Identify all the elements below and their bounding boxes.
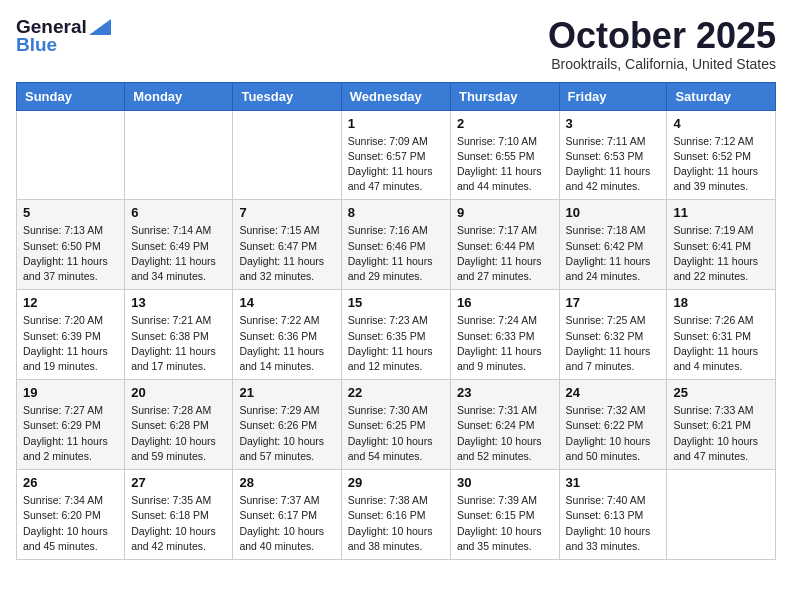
day-number: 10 [566, 205, 661, 220]
day-cell-15: 15Sunrise: 7:23 AM Sunset: 6:35 PM Dayli… [341, 290, 450, 380]
day-cell-26: 26Sunrise: 7:34 AM Sunset: 6:20 PM Dayli… [17, 470, 125, 560]
day-info: Sunrise: 7:16 AM Sunset: 6:46 PM Dayligh… [348, 223, 444, 284]
day-number: 18 [673, 295, 769, 310]
day-info: Sunrise: 7:30 AM Sunset: 6:25 PM Dayligh… [348, 403, 444, 464]
day-info: Sunrise: 7:23 AM Sunset: 6:35 PM Dayligh… [348, 313, 444, 374]
weekday-header-monday: Monday [125, 82, 233, 110]
week-row-2: 5Sunrise: 7:13 AM Sunset: 6:50 PM Daylig… [17, 200, 776, 290]
day-cell-13: 13Sunrise: 7:21 AM Sunset: 6:38 PM Dayli… [125, 290, 233, 380]
day-number: 8 [348, 205, 444, 220]
week-row-5: 26Sunrise: 7:34 AM Sunset: 6:20 PM Dayli… [17, 470, 776, 560]
day-info: Sunrise: 7:32 AM Sunset: 6:22 PM Dayligh… [566, 403, 661, 464]
day-number: 28 [239, 475, 334, 490]
weekday-header-sunday: Sunday [17, 82, 125, 110]
calendar-header-row: SundayMondayTuesdayWednesdayThursdayFrid… [17, 82, 776, 110]
day-info: Sunrise: 7:39 AM Sunset: 6:15 PM Dayligh… [457, 493, 553, 554]
day-cell-29: 29Sunrise: 7:38 AM Sunset: 6:16 PM Dayli… [341, 470, 450, 560]
day-number: 19 [23, 385, 118, 400]
week-row-4: 19Sunrise: 7:27 AM Sunset: 6:29 PM Dayli… [17, 380, 776, 470]
day-info: Sunrise: 7:35 AM Sunset: 6:18 PM Dayligh… [131, 493, 226, 554]
day-cell-22: 22Sunrise: 7:30 AM Sunset: 6:25 PM Dayli… [341, 380, 450, 470]
day-number: 31 [566, 475, 661, 490]
day-cell-3: 3Sunrise: 7:11 AM Sunset: 6:53 PM Daylig… [559, 110, 667, 200]
day-info: Sunrise: 7:19 AM Sunset: 6:41 PM Dayligh… [673, 223, 769, 284]
day-number: 7 [239, 205, 334, 220]
day-info: Sunrise: 7:14 AM Sunset: 6:49 PM Dayligh… [131, 223, 226, 284]
day-cell-16: 16Sunrise: 7:24 AM Sunset: 6:33 PM Dayli… [450, 290, 559, 380]
day-cell-12: 12Sunrise: 7:20 AM Sunset: 6:39 PM Dayli… [17, 290, 125, 380]
day-number: 25 [673, 385, 769, 400]
day-info: Sunrise: 7:25 AM Sunset: 6:32 PM Dayligh… [566, 313, 661, 374]
day-info: Sunrise: 7:26 AM Sunset: 6:31 PM Dayligh… [673, 313, 769, 374]
empty-cell [233, 110, 341, 200]
day-info: Sunrise: 7:24 AM Sunset: 6:33 PM Dayligh… [457, 313, 553, 374]
weekday-header-tuesday: Tuesday [233, 82, 341, 110]
day-cell-24: 24Sunrise: 7:32 AM Sunset: 6:22 PM Dayli… [559, 380, 667, 470]
day-number: 22 [348, 385, 444, 400]
day-cell-6: 6Sunrise: 7:14 AM Sunset: 6:49 PM Daylig… [125, 200, 233, 290]
day-number: 23 [457, 385, 553, 400]
calendar: SundayMondayTuesdayWednesdayThursdayFrid… [16, 82, 776, 560]
empty-cell [17, 110, 125, 200]
day-number: 17 [566, 295, 661, 310]
day-cell-10: 10Sunrise: 7:18 AM Sunset: 6:42 PM Dayli… [559, 200, 667, 290]
day-info: Sunrise: 7:37 AM Sunset: 6:17 PM Dayligh… [239, 493, 334, 554]
week-row-3: 12Sunrise: 7:20 AM Sunset: 6:39 PM Dayli… [17, 290, 776, 380]
day-number: 30 [457, 475, 553, 490]
day-info: Sunrise: 7:22 AM Sunset: 6:36 PM Dayligh… [239, 313, 334, 374]
day-cell-27: 27Sunrise: 7:35 AM Sunset: 6:18 PM Dayli… [125, 470, 233, 560]
day-cell-19: 19Sunrise: 7:27 AM Sunset: 6:29 PM Dayli… [17, 380, 125, 470]
day-cell-23: 23Sunrise: 7:31 AM Sunset: 6:24 PM Dayli… [450, 380, 559, 470]
day-number: 13 [131, 295, 226, 310]
day-cell-28: 28Sunrise: 7:37 AM Sunset: 6:17 PM Dayli… [233, 470, 341, 560]
day-cell-25: 25Sunrise: 7:33 AM Sunset: 6:21 PM Dayli… [667, 380, 776, 470]
day-number: 20 [131, 385, 226, 400]
day-cell-5: 5Sunrise: 7:13 AM Sunset: 6:50 PM Daylig… [17, 200, 125, 290]
svg-marker-0 [89, 19, 111, 35]
weekday-header-friday: Friday [559, 82, 667, 110]
month-title: October 2025 [548, 16, 776, 56]
day-number: 6 [131, 205, 226, 220]
week-row-1: 1Sunrise: 7:09 AM Sunset: 6:57 PM Daylig… [17, 110, 776, 200]
day-cell-9: 9Sunrise: 7:17 AM Sunset: 6:44 PM Daylig… [450, 200, 559, 290]
day-cell-2: 2Sunrise: 7:10 AM Sunset: 6:55 PM Daylig… [450, 110, 559, 200]
day-number: 3 [566, 116, 661, 131]
weekday-header-saturday: Saturday [667, 82, 776, 110]
day-cell-8: 8Sunrise: 7:16 AM Sunset: 6:46 PM Daylig… [341, 200, 450, 290]
day-number: 16 [457, 295, 553, 310]
day-cell-4: 4Sunrise: 7:12 AM Sunset: 6:52 PM Daylig… [667, 110, 776, 200]
weekday-header-wednesday: Wednesday [341, 82, 450, 110]
day-info: Sunrise: 7:09 AM Sunset: 6:57 PM Dayligh… [348, 134, 444, 195]
day-cell-7: 7Sunrise: 7:15 AM Sunset: 6:47 PM Daylig… [233, 200, 341, 290]
day-number: 4 [673, 116, 769, 131]
empty-cell [125, 110, 233, 200]
empty-cell [667, 470, 776, 560]
day-info: Sunrise: 7:21 AM Sunset: 6:38 PM Dayligh… [131, 313, 226, 374]
logo-blue-text: Blue [16, 34, 57, 56]
day-info: Sunrise: 7:29 AM Sunset: 6:26 PM Dayligh… [239, 403, 334, 464]
day-info: Sunrise: 7:20 AM Sunset: 6:39 PM Dayligh… [23, 313, 118, 374]
day-info: Sunrise: 7:33 AM Sunset: 6:21 PM Dayligh… [673, 403, 769, 464]
day-cell-11: 11Sunrise: 7:19 AM Sunset: 6:41 PM Dayli… [667, 200, 776, 290]
day-cell-14: 14Sunrise: 7:22 AM Sunset: 6:36 PM Dayli… [233, 290, 341, 380]
day-info: Sunrise: 7:27 AM Sunset: 6:29 PM Dayligh… [23, 403, 118, 464]
day-number: 1 [348, 116, 444, 131]
day-number: 21 [239, 385, 334, 400]
day-number: 11 [673, 205, 769, 220]
page-header: General Blue October 2025 Brooktrails, C… [16, 16, 776, 72]
day-info: Sunrise: 7:12 AM Sunset: 6:52 PM Dayligh… [673, 134, 769, 195]
day-info: Sunrise: 7:28 AM Sunset: 6:28 PM Dayligh… [131, 403, 226, 464]
day-info: Sunrise: 7:34 AM Sunset: 6:20 PM Dayligh… [23, 493, 118, 554]
title-block: October 2025 Brooktrails, California, Un… [548, 16, 776, 72]
day-cell-30: 30Sunrise: 7:39 AM Sunset: 6:15 PM Dayli… [450, 470, 559, 560]
day-cell-18: 18Sunrise: 7:26 AM Sunset: 6:31 PM Dayli… [667, 290, 776, 380]
day-info: Sunrise: 7:10 AM Sunset: 6:55 PM Dayligh… [457, 134, 553, 195]
day-number: 2 [457, 116, 553, 131]
day-info: Sunrise: 7:15 AM Sunset: 6:47 PM Dayligh… [239, 223, 334, 284]
day-cell-20: 20Sunrise: 7:28 AM Sunset: 6:28 PM Dayli… [125, 380, 233, 470]
day-number: 29 [348, 475, 444, 490]
day-number: 26 [23, 475, 118, 490]
day-info: Sunrise: 7:40 AM Sunset: 6:13 PM Dayligh… [566, 493, 661, 554]
weekday-header-thursday: Thursday [450, 82, 559, 110]
day-info: Sunrise: 7:38 AM Sunset: 6:16 PM Dayligh… [348, 493, 444, 554]
